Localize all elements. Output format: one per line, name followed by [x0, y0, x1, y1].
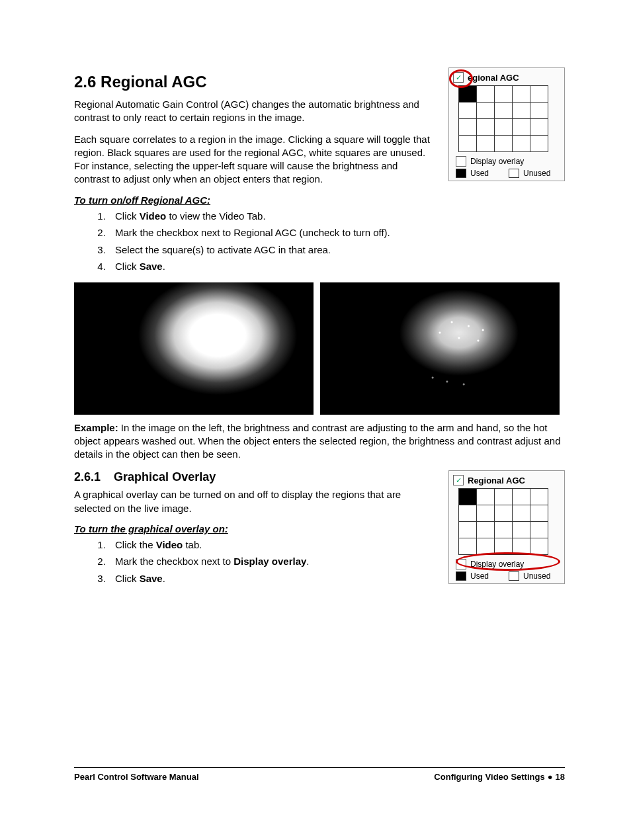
- section-title: Regional AGC: [101, 73, 206, 91]
- step-item: Mark the checkbox next to Regional AGC (…: [108, 226, 565, 239]
- grid-cell[interactable]: [477, 103, 495, 119]
- subsection-number: 2.6.1: [74, 470, 101, 483]
- grid-cell[interactable]: [530, 119, 548, 136]
- grid-cell[interactable]: [495, 136, 513, 152]
- steps-list: Click Video to view the Video Tab. Mark …: [74, 210, 565, 273]
- footer-row: Pearl Control Software Manual Configurin…: [74, 772, 565, 782]
- unused-label: Unused: [523, 169, 550, 178]
- grid-cell[interactable]: [513, 86, 530, 103]
- grid-cell[interactable]: [495, 489, 513, 505]
- instruction-title: To turn on/off Regional AGC:: [74, 194, 565, 206]
- display-overlay-checkbox[interactable]: ✓: [456, 156, 466, 167]
- regional-agc-panel-bottom: ✓ Regional AGC ✓ Display overlay Used Un…: [448, 470, 565, 584]
- grid-cell[interactable]: [477, 136, 495, 152]
- bullet-icon: ●: [545, 772, 556, 782]
- page: ✓ egional AGC ✓ Display overlay Used Unu…: [0, 0, 631, 840]
- panel-title: Regional AGC: [468, 476, 525, 485]
- keyword: Video: [156, 539, 183, 550]
- grid-cell[interactable]: [459, 505, 477, 522]
- panel-title: egional AGC: [468, 73, 519, 83]
- grid-cell[interactable]: [530, 136, 548, 152]
- grid-cell[interactable]: [477, 538, 495, 555]
- grid-cell[interactable]: [459, 489, 477, 505]
- grid-cell[interactable]: [459, 538, 477, 555]
- panel-title-row: ✓ egional AGC: [453, 72, 560, 83]
- keyword: Display overlay: [233, 556, 306, 567]
- display-overlay-row: ✓ Display overlay: [456, 156, 560, 167]
- page-footer: Pearl Control Software Manual Configurin…: [74, 767, 565, 782]
- grid-cell[interactable]: [513, 119, 530, 136]
- grid-cell[interactable]: [459, 136, 477, 152]
- body-paragraph: A graphical overlay can be turned on and…: [74, 488, 444, 515]
- thermal-image-left: [74, 282, 314, 415]
- subsection-title: Graphical Overlay: [114, 470, 216, 483]
- regional-agc-panel-top: ✓ egional AGC ✓ Display overlay Used Unu…: [448, 67, 565, 181]
- grid-cell[interactable]: [495, 505, 513, 522]
- display-overlay-row: ✓ Display overlay: [456, 559, 560, 569]
- unused-label: Unused: [523, 571, 550, 581]
- section-number: 2.6: [74, 73, 96, 91]
- grid-cell[interactable]: [459, 119, 477, 136]
- grid-cell[interactable]: [477, 86, 495, 103]
- grid-cell[interactable]: [513, 103, 530, 119]
- step-item: Click Video to view the Video Tab.: [108, 210, 565, 223]
- example-text: In the image on the left, the brightness…: [74, 422, 560, 460]
- grid-cell[interactable]: [530, 103, 548, 119]
- footer-right: Configuring Video Settings●18: [434, 772, 565, 782]
- unused-swatch-icon: [509, 571, 519, 581]
- example-image-pair: [74, 282, 565, 415]
- grid-cell[interactable]: [477, 489, 495, 505]
- thermal-image-right: [320, 282, 560, 415]
- grid-cell[interactable]: [513, 522, 530, 538]
- grid-cell[interactable]: [495, 538, 513, 555]
- region-grid[interactable]: [458, 488, 548, 555]
- body-paragraph: Each square correlates to a region in th…: [74, 133, 451, 187]
- example-paragraph: Example: In the image on the left, the b…: [74, 421, 565, 462]
- display-overlay-checkbox[interactable]: ✓: [456, 559, 466, 569]
- body-paragraph: Regional Automatic Gain Control (AGC) ch…: [74, 98, 451, 125]
- footer-left: Pearl Control Software Manual: [74, 772, 199, 782]
- regional-agc-checkbox[interactable]: ✓: [453, 475, 464, 485]
- example-label: Example:: [74, 422, 118, 433]
- grid-cell[interactable]: [477, 522, 495, 538]
- display-overlay-label: Display overlay: [470, 157, 524, 166]
- grid-cell[interactable]: [495, 103, 513, 119]
- used-label: Used: [470, 169, 489, 178]
- used-swatch-icon: [456, 169, 466, 178]
- grid-cell[interactable]: [495, 86, 513, 103]
- grid-cell[interactable]: [513, 538, 530, 555]
- grid-cell[interactable]: [530, 505, 548, 522]
- region-grid[interactable]: [458, 85, 548, 152]
- grid-cell[interactable]: [495, 119, 513, 136]
- grid-cell[interactable]: [530, 538, 548, 555]
- step-item: Click Save.: [108, 260, 565, 273]
- used-swatch-icon: [456, 571, 466, 581]
- grid-cell[interactable]: [459, 86, 477, 103]
- used-label: Used: [470, 571, 489, 581]
- grid-cell[interactable]: [459, 103, 477, 119]
- grid-cell[interactable]: [477, 119, 495, 136]
- grid-cell[interactable]: [513, 505, 530, 522]
- grid-cell[interactable]: [530, 489, 548, 505]
- grid-cell[interactable]: [530, 522, 548, 538]
- grid-cell[interactable]: [477, 505, 495, 522]
- keyword: Save: [140, 573, 163, 584]
- regional-agc-checkbox[interactable]: ✓: [453, 72, 464, 83]
- legend-row: Used Unused: [456, 571, 560, 581]
- grid-cell[interactable]: [530, 86, 548, 103]
- grid-cell[interactable]: [459, 522, 477, 538]
- keyword: Video: [140, 210, 167, 222]
- legend-row: Used Unused: [456, 169, 560, 178]
- unused-swatch-icon: [509, 169, 519, 178]
- step-item: Select the square(s) to activate AGC in …: [108, 243, 565, 257]
- panel-title-row: ✓ Regional AGC: [453, 475, 560, 485]
- grid-cell[interactable]: [513, 489, 530, 505]
- grid-cell[interactable]: [513, 136, 530, 152]
- grid-cell[interactable]: [495, 522, 513, 538]
- display-overlay-label: Display overlay: [470, 560, 524, 569]
- keyword: Save: [140, 261, 163, 272]
- footer-rule: [74, 767, 565, 768]
